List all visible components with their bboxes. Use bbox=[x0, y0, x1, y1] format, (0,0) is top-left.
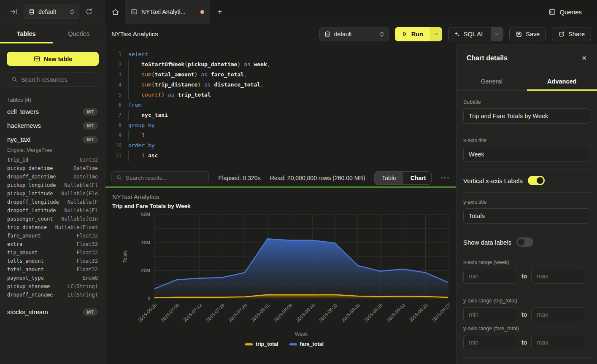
code-line[interactable]: 8group by bbox=[111, 120, 456, 130]
sparkles-icon bbox=[454, 31, 460, 38]
code-line[interactable]: 3sum(total_amount) as fare_total, bbox=[111, 70, 456, 80]
line-number: 2 bbox=[111, 59, 122, 70]
tables-list: cell_towersMThackernewsMTnyc_taxiMTEngin… bbox=[0, 105, 105, 319]
sql-ai-main[interactable]: SQL AI bbox=[448, 27, 488, 41]
svg-text:60M: 60M bbox=[141, 212, 150, 217]
indent-guide bbox=[128, 130, 141, 140]
legend-swatch bbox=[289, 343, 297, 345]
legend-label: fare_total bbox=[300, 341, 324, 347]
run-button-main[interactable]: Run bbox=[395, 27, 430, 41]
sidebar-tab-tables[interactable]: Tables bbox=[0, 24, 53, 43]
sql-ai-button[interactable]: SQL AI bbox=[448, 27, 503, 41]
run-button[interactable]: Run bbox=[395, 27, 442, 41]
data-labels-toggle[interactable] bbox=[516, 237, 533, 247]
chart-panel: NYTaxi Analytics Trip and Fare Totals by… bbox=[105, 188, 456, 364]
code-line[interactable]: 1select bbox=[111, 49, 456, 59]
svg-text:2015-08-09: 2015-08-09 bbox=[273, 302, 293, 323]
yrange-trip-min-field[interactable] bbox=[463, 307, 517, 322]
xrange-max-field[interactable] bbox=[531, 269, 585, 284]
more-options-icon[interactable]: ··· bbox=[441, 174, 450, 182]
code-line[interactable]: 10order by bbox=[111, 140, 456, 151]
database-icon bbox=[324, 31, 331, 38]
share-icon bbox=[558, 31, 565, 38]
view-chart-button[interactable]: Chart bbox=[403, 172, 432, 184]
column-row: trip_idUInt32 bbox=[0, 156, 105, 164]
yaxis-title-field[interactable] bbox=[463, 208, 590, 224]
subtitle-label: Subtitle bbox=[463, 99, 590, 105]
table-item[interactable]: nyc_taxiMT bbox=[0, 132, 105, 146]
column-row: fare_amountFloat32 bbox=[0, 232, 105, 240]
code-line[interactable]: 4sum(trip_distance) as distance_total, bbox=[111, 80, 456, 90]
code-line[interactable]: 2toStartOfWeek(pickup_datetime) as week, bbox=[111, 59, 456, 70]
yrange-trip-max-field[interactable] bbox=[531, 307, 585, 322]
console-icon bbox=[131, 8, 138, 15]
xrange-min-field[interactable] bbox=[463, 269, 517, 284]
yrange-fare-max-field[interactable] bbox=[531, 335, 585, 350]
legend-item-fare_total[interactable]: fare_total bbox=[289, 341, 324, 347]
sidebar-search[interactable] bbox=[7, 73, 98, 86]
tab-general[interactable]: General bbox=[457, 72, 527, 90]
new-table-button[interactable]: New table bbox=[7, 52, 99, 66]
code-line[interactable]: 7nyc_taxi bbox=[111, 110, 456, 120]
results-search-input[interactable] bbox=[126, 175, 204, 181]
view-table-button[interactable]: Table bbox=[375, 172, 403, 184]
database-selector[interactable]: default bbox=[24, 5, 79, 19]
yrange-trip-label: y-axis range (trip_total) bbox=[463, 298, 590, 304]
run-options-button[interactable] bbox=[430, 27, 442, 41]
indent-guide bbox=[128, 90, 141, 100]
close-icon[interactable]: ✕ bbox=[581, 54, 587, 62]
query-tab[interactable]: NYTaxi Analyti... bbox=[125, 0, 210, 24]
column-row: extraFloat32 bbox=[0, 240, 105, 248]
share-label: Share bbox=[568, 31, 585, 38]
run-database-selector[interactable]: default bbox=[319, 27, 389, 41]
xaxis-title-field[interactable] bbox=[463, 147, 590, 162]
queries-link[interactable]: Queries bbox=[548, 8, 582, 16]
sidebar-tabs: Tables Queries bbox=[0, 24, 105, 43]
line-number: 1 bbox=[111, 49, 122, 59]
table-item[interactable]: cell_towersMT bbox=[0, 105, 105, 119]
refresh-icon[interactable] bbox=[85, 8, 93, 16]
subtitle-field[interactable] bbox=[463, 108, 590, 124]
line-number: 4 bbox=[111, 80, 122, 90]
svg-text:0: 0 bbox=[148, 296, 150, 301]
legend-item-trip_total[interactable]: trip_total bbox=[245, 341, 278, 347]
chart-svg[interactable]: 020M40M60MTotals2015-06-282015-07-052015… bbox=[112, 210, 456, 340]
code-line[interactable]: 5count() as trip_total bbox=[111, 90, 456, 100]
vertical-labels-toggle[interactable] bbox=[528, 176, 545, 185]
chart-details-panel: Chart details ✕ General Advanced Subtitl… bbox=[456, 44, 597, 364]
run-label: Run bbox=[411, 31, 423, 38]
code-line[interactable]: 91 bbox=[111, 130, 456, 140]
indent-guide bbox=[128, 70, 141, 80]
table-item[interactable]: stocks_streamMT bbox=[0, 305, 105, 319]
indent-guide bbox=[128, 151, 141, 161]
chart-legend: trip_totalfare_total bbox=[112, 341, 456, 347]
sql-editor[interactable]: 1select2toStartOfWeek(pickup_datetime) a… bbox=[105, 44, 456, 169]
home-icon bbox=[111, 8, 119, 16]
sql-ai-label: SQL AI bbox=[464, 31, 483, 38]
yrange-fare-min-field[interactable] bbox=[463, 335, 517, 350]
new-tab-button[interactable]: + bbox=[210, 0, 230, 24]
sidebar-tab-queries[interactable]: Queries bbox=[53, 24, 105, 43]
table-item[interactable]: hackernewsMT bbox=[0, 119, 105, 132]
share-button[interactable]: Share bbox=[552, 27, 591, 41]
sql-ai-options-button[interactable] bbox=[491, 27, 503, 41]
query-title: NYTaxi Analytics bbox=[111, 30, 158, 38]
svg-text:2015-08-23: 2015-08-23 bbox=[318, 302, 338, 323]
chevron-down-icon bbox=[434, 32, 439, 37]
svg-text:40M: 40M bbox=[141, 240, 150, 245]
code-line[interactable]: 6from bbox=[111, 100, 456, 110]
sidebar-search-input[interactable] bbox=[21, 76, 94, 83]
save-button[interactable]: Save bbox=[509, 27, 546, 41]
tables-section-title: Tables (4) bbox=[7, 97, 105, 103]
code-line[interactable]: 111 asc bbox=[111, 151, 456, 161]
svg-text:2015-07-12: 2015-07-12 bbox=[182, 302, 203, 323]
results-search[interactable] bbox=[111, 171, 209, 184]
collapse-sidebar-icon[interactable] bbox=[9, 8, 18, 16]
save-icon bbox=[516, 31, 522, 38]
chart-canvas[interactable]: 020M40M60MTotals2015-06-282015-07-052015… bbox=[112, 210, 456, 341]
tab-advanced[interactable]: Advanced bbox=[527, 72, 597, 90]
svg-text:Totals: Totals bbox=[122, 250, 127, 262]
svg-text:2015-08-30: 2015-08-30 bbox=[340, 302, 361, 323]
engine-badge: MT bbox=[83, 136, 98, 143]
home-button[interactable] bbox=[105, 0, 125, 24]
